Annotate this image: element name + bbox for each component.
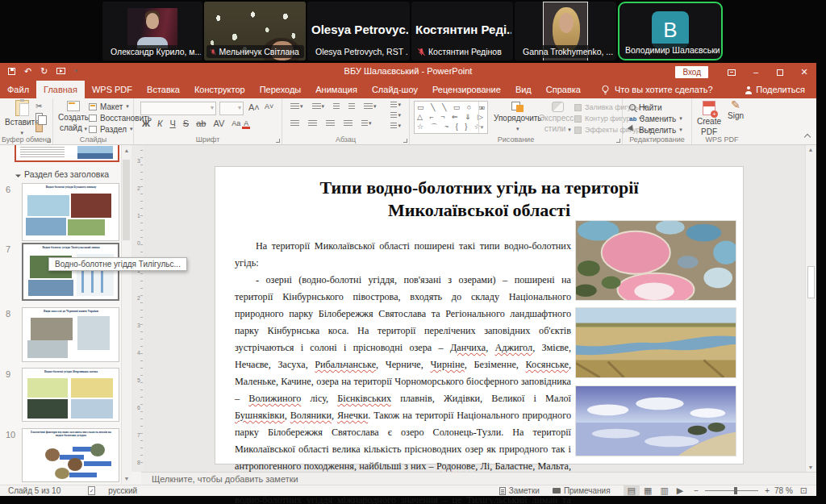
align-text-icon[interactable]: ▾: [389, 111, 403, 119]
slide-canvas[interactable]: Типи водно-болотних угідь на території М…: [215, 166, 744, 464]
slide-title[interactable]: Типи водно-болотних угідь на території М…: [248, 177, 711, 222]
slide-5-thumbnail-current[interactable]: [15, 145, 119, 162]
tab-анимация[interactable]: Анимация: [308, 81, 365, 98]
font-size-dropdown[interactable]: [219, 102, 244, 115]
slideshow-view-icon[interactable]: ▶: [673, 485, 687, 496]
create-pdf-button[interactable]: Create PDF: [697, 101, 721, 136]
zoom-out-icon[interactable]: −: [694, 486, 699, 495]
paste-button[interactable]: Вставить▾: [5, 100, 39, 137]
tab-справка[interactable]: Справка: [539, 81, 588, 98]
underline-button[interactable]: Ч: [168, 119, 177, 128]
language-indicator[interactable]: русский: [108, 486, 137, 495]
section-header[interactable]: Раздел без заголовка: [16, 169, 109, 179]
canvas-scrollbar[interactable]: ▲ ▼: [805, 145, 816, 472]
slide-sorter-view-icon[interactable]: ▦: [640, 485, 656, 496]
notes-pane[interactable]: Щелкните, чтобы добавить заметки: [141, 472, 816, 485]
scroll-down-icon[interactable]: ▼: [124, 476, 130, 481]
shrink-font-button[interactable]: А˅: [265, 102, 273, 110]
tab-рецензирование[interactable]: Рецензирование: [425, 81, 508, 98]
shape-row[interactable]: ▭ ╲ ╲ ▭ ○ ▭: [417, 102, 485, 112]
strikethrough-button[interactable]: S: [181, 119, 190, 128]
minimize-button[interactable]: –: [744, 67, 768, 77]
drawing-dialog-launcher[interactable]: [616, 139, 620, 143]
numbering-icon[interactable]: ▾: [311, 102, 327, 110]
spellcheck-button[interactable]: ✓: [88, 486, 95, 495]
sign-in-button[interactable]: Вход: [675, 66, 708, 78]
select-button[interactable]: Выделить▾: [629, 124, 682, 135]
canvas-scroll-thumb[interactable]: [807, 266, 815, 298]
quick-styles-button[interactable]: Экспресс- стили ▾: [539, 102, 577, 134]
comments-toggle[interactable]: Примечания: [553, 486, 611, 495]
ribbon-display-options-button[interactable]: [720, 67, 744, 77]
normal-view-icon[interactable]: ▤: [624, 485, 640, 496]
section-collapse-icon[interactable]: [15, 171, 21, 177]
tab-файл[interactable]: Файл: [0, 81, 36, 98]
close-button[interactable]: ✕: [792, 67, 816, 77]
participant-tile[interactable]: Olesya Petrovyc...Olesya Petrovych, RST …: [307, 2, 410, 60]
bold-button[interactable]: Ж: [140, 119, 152, 128]
increase-indent-icon[interactable]: [347, 102, 357, 110]
justify-icon[interactable]: [342, 119, 354, 127]
tab-слайд-шоу[interactable]: Слайд-шоу: [365, 81, 425, 98]
collapse-ribbon-icon[interactable]: [804, 134, 811, 140]
tab-вставка[interactable]: Вставка: [140, 81, 187, 98]
fit-to-window-icon[interactable]: ⊡: [796, 485, 811, 496]
slide-6-thumbnail[interactable]: Водно-болотні угіддя Бузького лиману: [22, 183, 119, 241]
decrease-indent-icon[interactable]: [332, 102, 341, 110]
scroll-up-icon[interactable]: ▲: [806, 147, 816, 152]
font-color-button[interactable]: А: [242, 119, 250, 127]
slide-body-text[interactable]: На території Миколаївської області пошир…: [235, 238, 571, 504]
participant-tile[interactable]: Олександр Курило, м...: [102, 2, 202, 60]
photo-pink-salt-lakes[interactable]: [575, 220, 736, 301]
participant-tile[interactable]: Мельничук Світлана: [204, 2, 306, 60]
arrange-button[interactable]: Упорядочить▾: [494, 102, 542, 133]
share-button[interactable]: Поделиться: [745, 81, 805, 98]
photo-bay-beach[interactable]: [575, 385, 736, 456]
tab-вид[interactable]: Вид: [508, 81, 539, 98]
tab-wps-pdf[interactable]: WPS PDF: [85, 81, 140, 98]
restore-button[interactable]: [768, 67, 792, 77]
align-right-icon[interactable]: [324, 119, 336, 127]
character-spacing-button[interactable]: AV: [211, 119, 226, 128]
clipboard-dialog-launcher[interactable]: [47, 139, 51, 143]
slide-10-thumbnail[interactable]: Екологічні фактори від яких залежить чис…: [22, 428, 119, 482]
slide-9-thumbnail[interactable]: Водно-болотні угіддя Ягорлицька затока: [22, 368, 119, 422]
tab-конструктор[interactable]: Конструктор: [187, 81, 252, 98]
scroll-up-icon[interactable]: ▲: [124, 148, 130, 153]
tab-переходы[interactable]: Переходы: [252, 81, 309, 98]
align-center-icon[interactable]: [307, 119, 319, 127]
replace-button[interactable]: abЗаменить▾: [629, 113, 682, 124]
scroll-down-icon[interactable]: ▼: [806, 464, 816, 470]
shapes-scroll[interactable]: ▲▼: [478, 102, 487, 133]
participant-tile[interactable]: Костянтин Реді...Костянтин Редінов: [411, 2, 513, 60]
slide-8-thumbnail[interactable]: Види занесені до Червоної книги України: [22, 307, 119, 362]
font-name-dropdown[interactable]: [140, 102, 216, 115]
slide-editing-area[interactable]: Типи водно-болотних угідь на території М…: [144, 145, 816, 472]
tab-главная[interactable]: Главная: [36, 81, 85, 98]
paragraph-dialog-launcher[interactable]: [403, 139, 407, 143]
columns-icon[interactable]: ▾: [360, 119, 373, 127]
grow-font-button[interactable]: А˄: [248, 102, 260, 112]
spacing-button[interactable]: ab: [194, 119, 207, 128]
photo-wetland-channel[interactable]: [575, 307, 736, 378]
line-spacing-icon[interactable]: ▾: [362, 102, 378, 110]
participant-tile[interactable]: Ganna Trokhymenko, ...: [515, 2, 616, 60]
bullets-icon[interactable]: ▾: [289, 102, 305, 110]
panel-scroll-thumb[interactable]: [123, 160, 130, 240]
shape-row[interactable]: ☆ ⌒ ~ { } ☆: [417, 122, 485, 131]
italic-button[interactable]: К: [156, 119, 164, 128]
sign-button[interactable]: ✎ Sign: [728, 101, 744, 120]
cut-icon[interactable]: ✂: [35, 102, 43, 110]
zoom-percentage[interactable]: 78 %: [774, 486, 793, 495]
tell-me-search[interactable]: Что вы хотите сделать?: [601, 81, 713, 98]
zoom-slider[interactable]: [705, 490, 758, 491]
zoom-in-icon[interactable]: +: [765, 486, 770, 495]
text-direction-icon[interactable]: ▾: [389, 101, 403, 109]
copy-icon[interactable]: [35, 113, 43, 121]
align-left-icon[interactable]: [289, 119, 301, 127]
slide-7-thumbnail[interactable]: Водно-болотне угіддя Тилігульський лиман: [22, 243, 119, 301]
notes-toggle[interactable]: Заметки: [499, 486, 540, 495]
participant-tile[interactable]: BВолодимир Шалаєвський: [618, 2, 723, 60]
shapes-gallery[interactable]: ▭ ╲ ╲ ▭ ○ ▭△ ⌐ ¬ ⇐ ⇓ ▷☆ ⌒ ~ { } ☆ ▲▼: [414, 101, 488, 134]
font-dialog-launcher[interactable]: [276, 139, 280, 143]
